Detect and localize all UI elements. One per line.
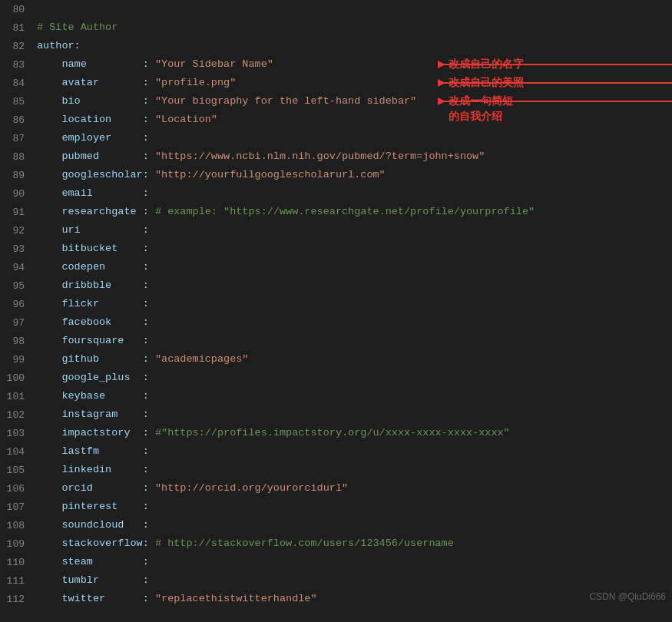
line-content: instagram : <box>37 406 672 423</box>
line-number: 112 <box>0 594 37 605</box>
line-content: pinterest : <box>37 498 672 515</box>
line-content: lastfm : <box>37 443 672 460</box>
code-line: 107 pinterest : <box>0 498 672 516</box>
code-line: 85 bio : "Your biography for the left-ha… <box>0 92 672 111</box>
code-line: 88 pubmed : "https://www.ncbi.nlm.nih.go… <box>0 147 672 166</box>
line-content: keybase : <box>37 388 672 405</box>
line-number: 97 <box>0 317 37 329</box>
line-number: 88 <box>0 151 37 163</box>
line-number: 104 <box>0 446 37 458</box>
code-line: 112 twitter : "replacethistwitterhandle" <box>0 590 672 608</box>
code-line: 82author: <box>0 37 672 55</box>
code-line: 104 lastfm : <box>0 442 672 461</box>
code-line: 87 employer : <box>0 129 672 147</box>
line-number: 82 <box>0 41 37 52</box>
line-content: flickr : <box>37 296 672 313</box>
line-number: 83 <box>0 59 37 71</box>
line-content: bio : "Your biography for the left-hand … <box>37 93 672 110</box>
code-line: 110 steam : <box>0 553 672 571</box>
code-line: 109 stackoverflow: # http://stackoverflo… <box>0 534 672 553</box>
code-line: 98 foursquare : <box>0 332 672 350</box>
line-content: orcid : "http://orcid.org/yourorcidurl" <box>37 480 672 497</box>
line-content: stackoverflow: # http://stackoverflow.co… <box>37 535 672 552</box>
line-content: # Site Author <box>37 19 672 36</box>
code-line: 93 bitbucket : <box>0 240 672 258</box>
line-content: google_plus : <box>37 369 672 386</box>
code-line: 108 soundcloud : <box>0 516 672 534</box>
line-content: name : "Your Sidebar Name" <box>37 56 672 73</box>
line-number: 106 <box>0 483 37 495</box>
code-line: 86 location : "Location" <box>0 111 672 129</box>
code-line: 97 facebook : <box>0 313 672 332</box>
line-content: impactstory : #"https://profiles.impacts… <box>37 425 672 442</box>
line-number: 109 <box>0 538 37 550</box>
code-line: 101 keybase : <box>0 387 672 405</box>
code-line: 105 linkedin : <box>0 461 672 479</box>
line-number: 95 <box>0 280 37 292</box>
line-content <box>37 1 672 18</box>
line-content: bitbucket : <box>37 240 672 257</box>
code-line: 106 orcid : "http://orcid.org/yourorcidu… <box>0 479 672 498</box>
code-line: 96 flickr : <box>0 295 672 313</box>
line-number: 107 <box>0 501 37 513</box>
code-line: 89 googlescholar: "http://yourfullgoogle… <box>0 166 672 184</box>
code-line: 90 email : <box>0 184 672 203</box>
line-number: 101 <box>0 391 37 402</box>
line-content: facebook : <box>37 314 672 331</box>
line-number: 84 <box>0 78 37 89</box>
code-line: 83 name : "Your Sidebar Name" <box>0 55 672 74</box>
line-number: 90 <box>0 188 37 200</box>
code-line: 100 google_plus : <box>0 369 672 387</box>
line-number: 99 <box>0 354 37 366</box>
line-content: uri : <box>37 222 672 239</box>
line-content: location : "Location" <box>37 111 672 128</box>
code-line: 99 github : "academicpages" <box>0 350 672 369</box>
line-content: googlescholar: "http://yourfullgooglesch… <box>37 167 672 184</box>
line-number: 102 <box>0 409 37 421</box>
line-content: dribbble : <box>37 277 672 294</box>
code-line: 81# Site Author <box>0 18 672 37</box>
line-number: 92 <box>0 225 37 237</box>
line-number: 98 <box>0 336 37 347</box>
line-number: 105 <box>0 465 37 476</box>
line-number: 89 <box>0 170 37 181</box>
code-line: 84 avatar : "profile.png" <box>0 74 672 92</box>
line-content: pubmed : "https://www.ncbi.nlm.nih.gov/p… <box>37 148 672 165</box>
code-line: 95 dribbble : <box>0 276 672 295</box>
line-number: 85 <box>0 96 37 108</box>
line-number: 108 <box>0 520 37 531</box>
line-content: soundcloud : <box>37 517 672 534</box>
line-number: 93 <box>0 243 37 255</box>
line-content: email : <box>37 185 672 202</box>
line-number: 81 <box>0 22 37 34</box>
watermark: CSDN @QiuDi666 <box>589 591 666 602</box>
line-content: tumblr : <box>37 572 672 589</box>
line-content: foursquare : <box>37 333 672 349</box>
code-line: 111 tumblr : <box>0 571 672 590</box>
code-line: 80 <box>0 0 672 18</box>
line-number: 86 <box>0 114 37 126</box>
line-content: linkedin : <box>37 462 672 478</box>
code-line: 103 impactstory : #"https://profiles.imp… <box>0 424 672 442</box>
line-number: 103 <box>0 428 37 439</box>
line-number: 80 <box>0 4 37 15</box>
line-number: 94 <box>0 262 37 273</box>
line-number: 110 <box>0 557 37 568</box>
line-content: author: <box>37 38 672 55</box>
code-line: 91 researchgate : # example: "https://ww… <box>0 203 672 221</box>
line-content: steam : <box>37 554 672 571</box>
line-content: twitter : "replacethistwitterhandle" <box>37 591 672 607</box>
line-content: github : "academicpages" <box>37 351 672 368</box>
line-content: codepen : <box>37 259 672 276</box>
code-line: 94 codepen : <box>0 258 672 276</box>
line-number: 96 <box>0 299 37 310</box>
code-line: 92 uri : <box>0 221 672 240</box>
line-number: 87 <box>0 133 37 144</box>
line-number: 111 <box>0 575 37 587</box>
code-line: 102 instagram : <box>0 405 672 424</box>
line-number: 91 <box>0 207 37 218</box>
line-content: researchgate : # example: "https://www.r… <box>37 203 672 220</box>
code-editor: 80 81# Site Author82author:83 name : "Yo… <box>0 0 672 608</box>
line-content: employer : <box>37 130 672 147</box>
line-number: 100 <box>0 372 37 384</box>
